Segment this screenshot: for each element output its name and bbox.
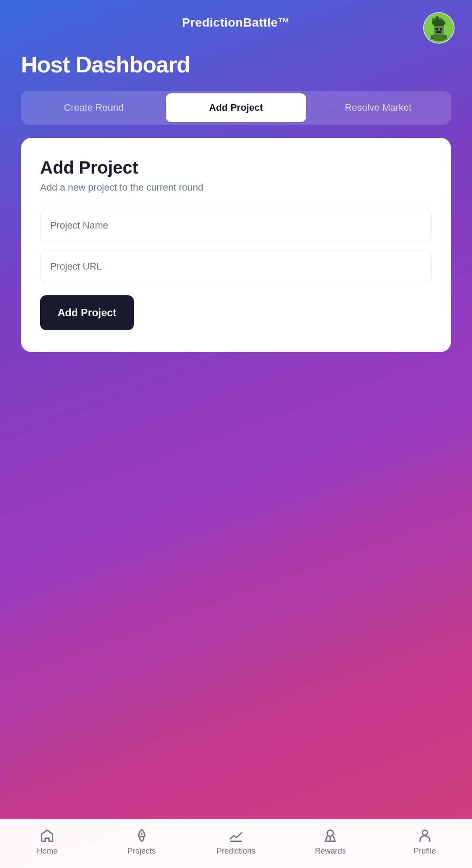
tab-bar: Create Round Add Project Resolve Market xyxy=(21,91,451,125)
svg-point-14 xyxy=(140,833,142,835)
avatar[interactable] xyxy=(423,12,455,44)
app-title: PredictionBattle™ xyxy=(182,16,290,30)
reward-icon xyxy=(323,828,338,843)
project-name-input[interactable] xyxy=(40,209,432,242)
nav-label-profile: Profile xyxy=(414,847,436,856)
nav-label-projects: Projects xyxy=(127,847,156,856)
svg-rect-6 xyxy=(442,21,446,25)
tab-create-round[interactable]: Create Round xyxy=(24,93,164,122)
tab-resolve-market[interactable]: Resolve Market xyxy=(308,93,448,122)
rocket-icon xyxy=(134,828,149,843)
project-url-input[interactable] xyxy=(40,250,432,283)
bottom-nav: Home Projects Predictions Rewards Profil… xyxy=(0,819,472,868)
svg-rect-10 xyxy=(436,31,441,33)
svg-rect-1 xyxy=(435,17,439,20)
svg-rect-13 xyxy=(443,35,447,39)
card-subtitle: Add a new project to the current round xyxy=(40,182,432,193)
tab-add-project[interactable]: Add Project xyxy=(166,93,306,122)
nav-item-profile[interactable]: Profile xyxy=(378,828,472,856)
nav-item-rewards[interactable]: Rewards xyxy=(283,828,377,856)
svg-rect-12 xyxy=(431,35,434,39)
svg-rect-7 xyxy=(434,26,444,34)
header: PredictionBattle™ xyxy=(0,0,472,38)
nav-item-projects[interactable]: Projects xyxy=(94,828,188,856)
person-icon xyxy=(417,828,432,843)
chart-icon xyxy=(229,828,243,843)
svg-rect-8 xyxy=(435,28,438,31)
add-project-button[interactable]: Add Project xyxy=(40,295,134,330)
svg-rect-5 xyxy=(432,21,436,25)
svg-rect-9 xyxy=(440,28,442,31)
nav-item-predictions[interactable]: Predictions xyxy=(189,828,283,856)
add-project-card: Add Project Add a new project to the cur… xyxy=(21,138,451,352)
home-icon xyxy=(40,828,55,843)
nav-label-predictions: Predictions xyxy=(216,847,255,856)
card-title: Add Project xyxy=(40,158,432,178)
nav-item-home[interactable]: Home xyxy=(0,828,94,856)
svg-point-18 xyxy=(422,830,427,835)
page-title: Host Dashboard xyxy=(0,38,472,91)
avatar-image xyxy=(424,13,454,43)
svg-point-16 xyxy=(327,830,333,836)
nav-label-rewards: Rewards xyxy=(315,847,346,856)
nav-label-home: Home xyxy=(37,847,58,856)
svg-rect-11 xyxy=(434,34,444,41)
